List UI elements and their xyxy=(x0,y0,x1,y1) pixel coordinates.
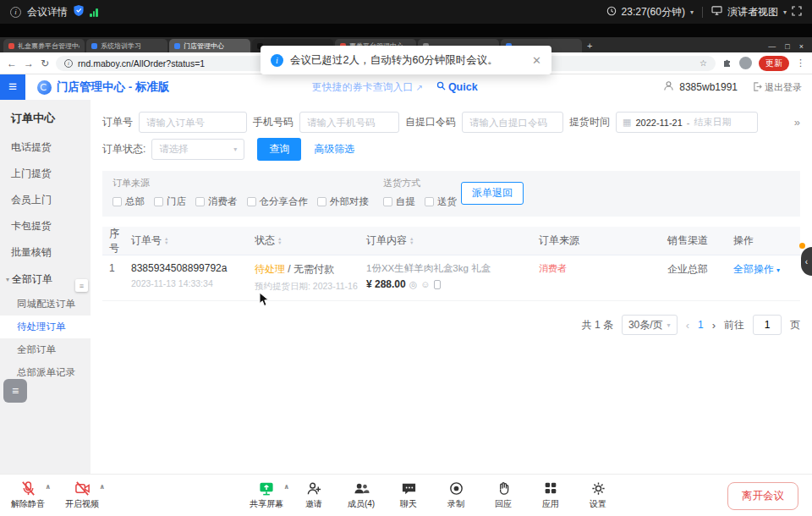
browser-tab-active[interactable]: 门店管理中心 xyxy=(169,39,250,52)
meeting-toolbar: ∧ 解除静音 ∧ 开启视频 ∧ 共享屏幕 xyxy=(0,474,812,516)
sidebar-item-batch-verify[interactable]: 批量核销 xyxy=(0,239,91,266)
gift-icon: ◎ xyxy=(409,280,418,289)
security-shield-icon[interactable] xyxy=(74,5,84,19)
col-header-status[interactable]: 状态▲▼ xyxy=(255,233,366,248)
reactions-button[interactable]: 回应 xyxy=(486,480,521,510)
username[interactable]: 8385wb1991 xyxy=(679,81,738,93)
next-page-icon[interactable]: › xyxy=(712,319,716,332)
sidebar-section-title: 订单中心 xyxy=(0,103,91,134)
meeting-info-icon[interactable]: i xyxy=(10,7,21,18)
dispatch-return-button[interactable]: 派单退回 xyxy=(461,182,524,205)
date-end-placeholder: 结束日期 xyxy=(694,116,732,129)
sidebar-item-card-pickup[interactable]: 卡包提货 xyxy=(0,213,91,239)
sidebar-item-all-orders[interactable]: 全部订单 xyxy=(0,338,91,361)
sidebar-item-phone-pickup[interactable]: 电话提货 xyxy=(0,134,91,161)
invite-button[interactable]: 邀请 xyxy=(296,480,332,510)
mic-options-chevron[interactable]: ∧ xyxy=(46,483,52,491)
phone-input[interactable] xyxy=(299,112,399,133)
search-button[interactable]: 查询 xyxy=(257,138,301,161)
extensions-puzzle-icon[interactable] xyxy=(722,58,732,69)
meeting-timer[interactable]: 23:27(60分钟) xyxy=(622,5,685,19)
col-header-content[interactable]: 订单内容▲▼ xyxy=(366,233,539,248)
goto-page-input[interactable] xyxy=(753,315,782,335)
bookmark-star-icon[interactable]: ☆ xyxy=(700,58,707,68)
share-screen-button[interactable]: ∧ 共享屏幕 xyxy=(249,480,284,510)
timer-dropdown-icon[interactable]: ▾ xyxy=(690,8,694,16)
members-button[interactable]: 成员(4) xyxy=(343,480,379,510)
checkbox-source-store[interactable]: 门店 xyxy=(154,195,186,208)
window-minimize-icon[interactable]: — xyxy=(768,42,776,51)
browser-update-button[interactable]: 更新 xyxy=(759,56,789,71)
chat-button[interactable]: 聊天 xyxy=(391,480,426,510)
panel-collapse-handle[interactable]: ‹ xyxy=(801,247,812,276)
sort-icon[interactable]: ▲▼ xyxy=(409,237,414,245)
quick-search-link[interactable]: Quick xyxy=(436,81,478,93)
sidebar-drag-handle[interactable]: ≡ xyxy=(75,279,88,292)
date-range-picker[interactable]: ▦ 2022-11-21 - 结束日期 xyxy=(616,112,758,133)
chevron-left-icon: ‹ xyxy=(805,257,808,266)
view-dropdown-icon[interactable]: ▾ xyxy=(783,8,787,16)
user-icon xyxy=(663,80,674,94)
status-badge: 待处理 xyxy=(255,263,285,275)
window-close-icon[interactable]: × xyxy=(799,42,804,51)
pickup-code-input[interactable] xyxy=(462,112,563,133)
order-no-input[interactable] xyxy=(139,112,247,133)
toast-message: 会议已超过2人，自动转为60分钟限时会议。 xyxy=(290,53,498,68)
meeting-details-label[interactable]: 会议详情 xyxy=(27,5,68,19)
checkbox-source-hq[interactable]: 总部 xyxy=(112,195,145,208)
checkbox-delivery[interactable]: 送货 xyxy=(425,195,457,208)
order-status-label: 订单状态: xyxy=(102,142,145,156)
browser-tab[interactable]: 礼盒票券平台管理中心 xyxy=(3,39,85,52)
settings-button[interactable]: 设置 xyxy=(580,480,616,510)
sort-icon[interactable]: ▲▼ xyxy=(277,237,282,245)
sort-icon[interactable]: ▲▼ xyxy=(164,237,168,245)
sidebar-toggle-button[interactable]: ≡ xyxy=(0,74,25,100)
browser-profile-avatar[interactable] xyxy=(739,57,752,69)
close-icon[interactable]: ✕ xyxy=(532,54,541,67)
fullscreen-icon[interactable] xyxy=(792,6,802,19)
current-page[interactable]: 1 xyxy=(698,319,704,331)
view-mode-label[interactable]: 演讲者视图 xyxy=(727,5,778,19)
prev-page-icon[interactable]: ‹ xyxy=(686,319,689,332)
page-size-select[interactable]: 30条/页 ▾ xyxy=(622,315,678,335)
apps-button[interactable]: 应用 xyxy=(533,480,568,510)
cell-index: 1 xyxy=(102,262,131,274)
checkbox-source-consumer[interactable]: 消费者 xyxy=(195,195,238,208)
window-maximize-icon[interactable]: □ xyxy=(785,42,789,51)
floating-list-button[interactable]: ≡ xyxy=(3,379,27,403)
start-video-button[interactable]: ∧ 开启视频 xyxy=(64,480,100,510)
back-icon[interactable]: ← xyxy=(7,58,17,69)
collapse-filters-icon[interactable]: » xyxy=(794,116,800,129)
favicon xyxy=(8,43,14,49)
advanced-filter-link[interactable]: 高级筛选 xyxy=(314,142,354,156)
record-button[interactable]: 录制 xyxy=(438,480,474,510)
table-row[interactable]: 1 8385934508899792a 2023-11-13 14:33:34 … xyxy=(102,255,800,301)
new-tab-button[interactable]: + xyxy=(587,41,592,51)
checkbox-source-warehouse[interactable]: 仓分享合作 xyxy=(247,195,309,208)
leave-meeting-button[interactable]: 离开会议 xyxy=(727,482,798,510)
timer-icon xyxy=(606,6,617,19)
sidebar-item-door-pickup[interactable]: 上门提货 xyxy=(0,161,91,187)
share-options-chevron[interactable]: ∧ xyxy=(284,483,290,491)
promo-link[interactable]: 更快捷的券卡查询入口↗ xyxy=(312,80,423,95)
date-separator: - xyxy=(687,118,690,128)
order-status-select[interactable]: 请选择 ▾ xyxy=(151,139,244,160)
unmute-button[interactable]: ∧ 解除静音 xyxy=(10,480,46,510)
checkbox-self-pickup[interactable]: 自提 xyxy=(383,195,415,208)
site-info-icon[interactable]: i xyxy=(64,59,73,68)
reload-icon[interactable]: ↻ xyxy=(41,58,49,69)
sidebar-item-pending-orders[interactable]: 待处理订单 xyxy=(0,316,91,338)
logout-button[interactable]: 退出登录 xyxy=(753,81,802,94)
browser-tab[interactable]: 系统培训学习 xyxy=(86,39,167,52)
row-actions-dropdown[interactable]: 全部操作▾ xyxy=(733,262,798,277)
sidebar-item-city-delivery[interactable]: 同城配送订单 xyxy=(0,293,91,316)
browser-menu-icon[interactable]: ⋮ xyxy=(796,58,805,68)
forward-icon[interactable]: → xyxy=(24,58,34,69)
source-badge: 消费者 xyxy=(539,263,567,273)
col-header-order-no[interactable]: 订单号▲▼ xyxy=(131,233,255,248)
sidebar-item-member-visit[interactable]: 会员上门 xyxy=(0,187,91,213)
checkbox-source-external[interactable]: 外部对接 xyxy=(317,195,369,208)
chevron-down-icon: ▾ xyxy=(233,145,237,153)
camera-options-chevron[interactable]: ∧ xyxy=(100,483,106,491)
search-icon xyxy=(436,81,446,93)
